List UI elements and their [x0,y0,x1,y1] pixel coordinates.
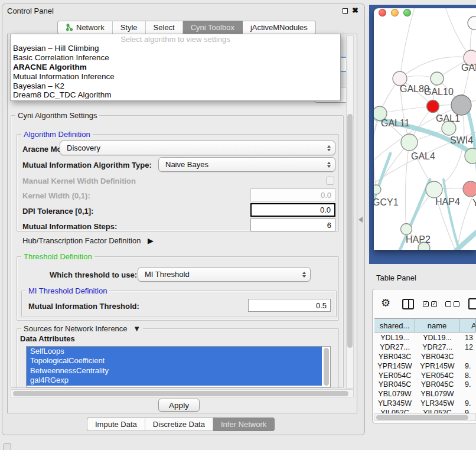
popup-item[interactable]: Bayesian – K2 [11,81,340,91]
node-gal10[interactable] [431,72,444,85]
tab-style[interactable]: Style [113,21,146,34]
close-icon[interactable]: ✖ [352,6,358,15]
list-item[interactable]: gal4RGexp [27,376,322,385]
popup-item-selected[interactable]: ARACNE Algorithm [11,63,340,72]
tab-discretize-data[interactable]: Discretize Data [145,418,213,431]
column-header-shared-name[interactable]: shared... [374,319,415,332]
collapsed-panel-icon[interactable] [4,444,11,450]
splitter-collapse-arrow[interactable] [358,217,363,223]
table-row[interactable]: YPR145W YPR145W 9. [374,361,476,371]
window-traffic-lights [379,9,411,17]
popup-item[interactable]: Mutual Information Inference [11,72,340,81]
node-swi4[interactable] [465,148,476,164]
node-gcy1[interactable] [374,185,381,194]
node-label: GAL1 [436,113,460,123]
mi-steps-field[interactable]: 6 [250,219,335,231]
node-label: SWI4 [450,135,473,145]
node-label: HAP4 [435,197,460,207]
table-row[interactable]: YBL079W YBL079W [374,389,476,399]
file-icon[interactable] [468,298,476,309]
settings-horizontal-scrollbar[interactable] [11,389,354,397]
popup-hint: Select algorithm to view settings [11,35,340,44]
node-salmon[interactable] [463,181,476,197]
node-hap2[interactable] [401,224,412,235]
table-row[interactable]: YBR043C YBR043C [374,352,476,361]
minimize-traffic-light-icon[interactable] [391,9,399,17]
aracne-mode-combobox[interactable]: Discovery [60,141,335,155]
network-canvas[interactable]: GAL GAL80 GAL10 GAL1 GAL11 GAL4 SWI4 GCY… [374,8,476,250]
sources-toggle[interactable]: Sources for Network Inference ▼ [21,324,143,333]
threshold-definition-title: Threshold Definition [21,252,94,261]
popup-item[interactable]: Dream8 DC_TDC Algorithm [11,90,340,100]
column-layout-icon[interactable] [402,299,414,309]
node-selected-red[interactable] [427,100,439,113]
table-row[interactable]: YER054C YER054C 8. [374,371,476,380]
data-attributes-list[interactable]: SelfLoops TopologicalCoefficient Between… [26,346,331,387]
settings-vertical-scrollbar-thumb[interactable] [347,114,353,348]
hub-definition-toggle[interactable]: Hub/Transcription Factor Definition ▶ [22,236,154,245]
mi-steps-label: Mutual Information Steps: [22,222,117,231]
node-label: HAP2 [406,234,431,244]
mi-type-combobox[interactable]: Naive Bayes [158,157,335,172]
table-horizontal-scrollbar-thumb[interactable] [376,415,468,420]
mi-type-value: Naive Bayes [165,160,208,169]
which-threshold-value: MI Threshold [145,270,190,279]
table-row[interactable]: YLR345W YLR345W 9. [374,399,476,408]
unchecked-box-icon [454,301,459,307]
manual-kernel-checkbox [326,177,334,185]
tab-cyni-toolbox[interactable]: Cyni Toolbox [183,21,243,34]
gear-icon[interactable]: ⚙ [381,298,390,308]
column-header-partial[interactable]: A [459,319,476,332]
kernel-width-label: Kernel Width (0,1): [22,191,90,200]
list-item[interactable]: SelfLoops [27,347,322,356]
node-hap4[interactable] [426,181,442,198]
node-label: GAL11 [381,118,410,128]
kernel-width-field: 0.0 [250,188,335,201]
node[interactable] [468,17,476,30]
zoom-traffic-light-icon[interactable] [403,9,411,17]
column-header-name[interactable]: name [415,319,459,332]
mi-type-label: Mutual Information Algorithm Type: [22,161,152,169]
tab-jactivemnodules[interactable]: jActiveMNodules [243,21,316,34]
node-gal4[interactable] [401,134,418,151]
which-threshold-combobox[interactable]: MI Threshold [138,267,311,282]
popup-item[interactable]: Bayesian – Hill Climbing [11,44,340,53]
table-horizontal-scrollbar[interactable] [374,413,476,421]
table-row[interactable]: YDL19... YDL19... 13 [374,333,476,343]
table-row[interactable]: YDR27... YDR27... 12 [374,343,476,352]
dpi-tolerance-field[interactable]: 0.0 [250,203,335,217]
unchecked-box-icon [445,301,451,307]
list-item[interactable]: TopologicalCoefficient [27,356,322,366]
network-icon [66,24,73,31]
float-window-icon[interactable] [343,8,348,14]
aracne-mode-value: Discovery [67,144,100,152]
table-panel-title: Table Panel [376,273,416,282]
node-label: GAL4 [411,151,435,161]
collapsed-arrow-icon: ▶ [148,236,154,245]
table-row[interactable]: YBR045C YBR045C 9. [374,380,476,389]
settings-vertical-scrollbar[interactable] [346,35,354,389]
deselect-all-columns-icon[interactable] [445,301,459,307]
select-all-columns-icon[interactable]: ✓ ✓ [423,301,437,307]
tab-impute-data[interactable]: Impute Data [87,418,145,431]
list-scrollbar-thumb[interactable] [324,348,329,386]
mi-threshold-field[interactable]: 0.5 [248,299,331,312]
close-traffic-light-icon[interactable] [379,9,386,17]
node-label: Y [472,198,476,208]
cyni-bottom-tabbar: Impute Data Discretize Data Infer Networ… [87,418,275,431]
node-label: GCY1 [374,197,399,207]
list-item[interactable]: BetweennessCentrality [27,366,322,376]
apply-button[interactable]: Apply [158,399,200,412]
network-window: GAL GAL80 GAL10 GAL1 GAL11 GAL4 SWI4 GCY… [374,8,476,250]
checked-box-icon: ✓ [431,301,437,307]
mi-threshold-label: Mutual Information Threshold: [28,302,139,311]
node-gray[interactable] [451,95,471,115]
tab-infer-network[interactable]: Infer Network [213,418,275,431]
tab-network[interactable]: Network [57,21,113,34]
node-label: GAL [461,63,476,73]
popup-item[interactable]: Basic Correlation Inference [11,53,340,63]
node-label: GAL10 [424,87,454,97]
settings-horizontal-scrollbar-thumb[interactable] [13,391,348,396]
dpi-tolerance-label: DPI Tolerance [0,1]: [22,207,93,216]
tab-select[interactable]: Select [146,21,183,34]
